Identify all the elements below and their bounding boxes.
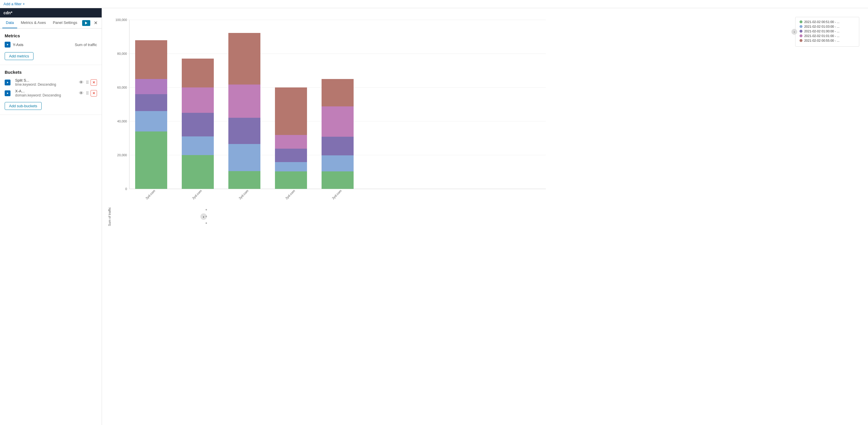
panel-title: cdn*: [3, 10, 12, 15]
bar5-seg-lblue: [321, 155, 353, 171]
panel-tabs: Data Metrics & Axes Panel Settings ✕: [0, 18, 102, 29]
bar4-seg-green: [275, 171, 307, 189]
y-axis-label-container: Sum of traffic: [108, 17, 114, 416]
y-axis-row: Y-Axis Sum of traffic: [5, 42, 97, 48]
y-axis-expand-button[interactable]: [5, 42, 10, 48]
bucket2-expand-button[interactable]: [5, 90, 10, 96]
legend-dot-2: [800, 25, 803, 28]
bucket1-info: Split S... time.keyword: Descending: [15, 78, 79, 87]
metrics-section-title: Metrics: [5, 33, 97, 38]
bucket1-expand-button[interactable]: [5, 80, 10, 85]
legend-label-3: 2021-02-02 01:00:00 - ...: [804, 29, 839, 33]
bar5-seg-violet: [321, 106, 353, 137]
svg-text:2yd.com: 2yd.com: [145, 189, 156, 200]
bar1-seg-purple: [135, 94, 167, 111]
legend-label-5: 2021-02-02 00:55:00 - ...: [804, 39, 839, 42]
bucket1-drag-handle[interactable]: ⠿: [85, 80, 89, 85]
buckets-section: Buckets Split S... time.keyword: Descend…: [0, 65, 102, 115]
bar2-seg-violet: [182, 87, 214, 113]
bucket1-actions: 👁 ⠿ ✕: [79, 79, 97, 86]
add-metrics-button[interactable]: Add metrics: [5, 52, 33, 60]
bucket1-detail: time.keyword: Descending: [15, 83, 79, 87]
chart-container: Sum of traffic 100,000 80,000 60,000 40,…: [102, 8, 868, 425]
bar2-seg-brown: [182, 59, 214, 87]
run-button[interactable]: [82, 20, 90, 26]
top-bar: Add a filter +: [0, 0, 868, 8]
main-content: cdn* Data Metrics & Axes Panel Settings …: [0, 8, 868, 425]
svg-marker-1: [7, 44, 8, 46]
legend-item-1: 2021-02-02 00:51:00 - ...: [800, 20, 855, 24]
close-button[interactable]: ✕: [92, 20, 99, 26]
chart-svg: 100,000 80,000 60,000 40,000 20,000 0: [115, 17, 552, 215]
svg-text:60,000: 60,000: [117, 86, 127, 89]
svg-text:40,000: 40,000: [117, 119, 127, 123]
metrics-section: Metrics Y-Axis Sum of traffic Add metric…: [0, 29, 102, 65]
svg-text:2yd.com: 2yd.com: [331, 189, 342, 200]
svg-text:80,000: 80,000: [117, 52, 127, 55]
bar3-seg-brown: [228, 33, 260, 85]
bucket1-toggle-button[interactable]: 👁: [79, 79, 84, 86]
bar4-seg-brown: [275, 87, 307, 135]
bucket2-name: X-A...: [15, 89, 79, 93]
bucket2-delete-button[interactable]: ✕: [91, 90, 97, 96]
y-axis-label: Y-Axis: [13, 42, 23, 47]
svg-text:2yd.com: 2yd.com: [191, 189, 203, 200]
svg-text:2yd.com: 2yd.com: [238, 189, 249, 200]
bar2-seg-lblue: [182, 136, 214, 155]
bar3-seg-purple: [228, 118, 260, 144]
legend-label-4: 2021-02-02 01:01:00 - ...: [804, 34, 839, 37]
svg-text:20,000: 20,000: [117, 153, 127, 157]
bar2-seg-green: [182, 155, 214, 189]
bar1-seg-green: [135, 132, 167, 189]
legend-dot-5: [800, 39, 803, 42]
legend-item-3: 2021-02-02 01:00:00 - ...: [800, 29, 855, 33]
svg-text:100,000: 100,000: [115, 18, 127, 22]
bar3-seg-violet: [228, 85, 260, 118]
buckets-section-title: Buckets: [5, 70, 97, 75]
bar5-seg-purple: [321, 137, 353, 155]
bucket2-actions: 👁 ⠿ ✕: [79, 90, 97, 96]
bar3-seg-lblue: [228, 144, 260, 171]
bucket-row-2: X-A... domain.keyword: Descending 👁 ⠿ ✕: [5, 89, 97, 97]
bar5-seg-green: [321, 171, 353, 189]
chart-legend: › 2021-02-02 00:51:00 - ... 2021-02-02 0…: [795, 17, 859, 47]
bar2-seg-purple: [182, 113, 214, 136]
bucket-row-1: Split S... time.keyword: Descending 👁 ⠿ …: [5, 78, 97, 87]
bucket2-info: X-A... domain.keyword: Descending: [15, 89, 79, 97]
legend-collapse-handle[interactable]: ›: [792, 29, 797, 35]
y-axis-value: Sum of traffic: [75, 42, 97, 47]
legend-item-4: 2021-02-02 01:01:00 - ...: [800, 34, 855, 37]
svg-marker-3: [7, 92, 8, 94]
svg-text:2yd.com: 2yd.com: [285, 189, 296, 200]
bar3-seg-green: [228, 171, 260, 189]
legend-dot-3: [800, 30, 803, 33]
bar4-seg-lblue: [275, 162, 307, 171]
bar5-seg-brown: [321, 79, 353, 106]
legend-dot-1: [800, 20, 803, 23]
y-axis-chart-label: Sum of traffic: [108, 207, 111, 226]
bucket2-toggle-button[interactable]: 👁: [79, 90, 84, 96]
bucket2-drag-handle[interactable]: ⠿: [85, 90, 89, 96]
panel-title-bar: cdn*: [0, 8, 102, 18]
bar1-seg-lblue: [135, 111, 167, 132]
panel-tab-actions: ✕: [82, 20, 99, 26]
tab-panel-settings[interactable]: Panel Settings: [49, 18, 81, 28]
tab-data[interactable]: Data: [2, 18, 17, 28]
bar4-seg-violet: [275, 135, 307, 149]
resize-dots: • • •: [205, 207, 207, 226]
tab-metrics-axes[interactable]: Metrics & Axes: [17, 18, 49, 28]
bucket1-delete-button[interactable]: ✕: [91, 79, 97, 86]
bar1-seg-brown: [135, 40, 167, 79]
legend-item-5: 2021-02-02 00:55:00 - ...: [800, 39, 855, 42]
svg-marker-0: [85, 22, 87, 25]
left-panel: cdn* Data Metrics & Axes Panel Settings …: [0, 8, 102, 425]
bar4-seg-purple: [275, 149, 307, 162]
bar1-seg-violet: [135, 79, 167, 94]
legend-item-2: 2021-02-02 01:03:00 - ...: [800, 25, 855, 28]
svg-text:0: 0: [125, 187, 127, 191]
add-filter-button[interactable]: Add a filter +: [3, 2, 25, 6]
add-sub-buckets-button[interactable]: Add sub-buckets: [5, 102, 42, 110]
svg-marker-2: [7, 82, 8, 83]
legend-label-2: 2021-02-02 01:03:00 - ...: [804, 25, 839, 28]
bucket1-name: Split S...: [15, 78, 79, 83]
